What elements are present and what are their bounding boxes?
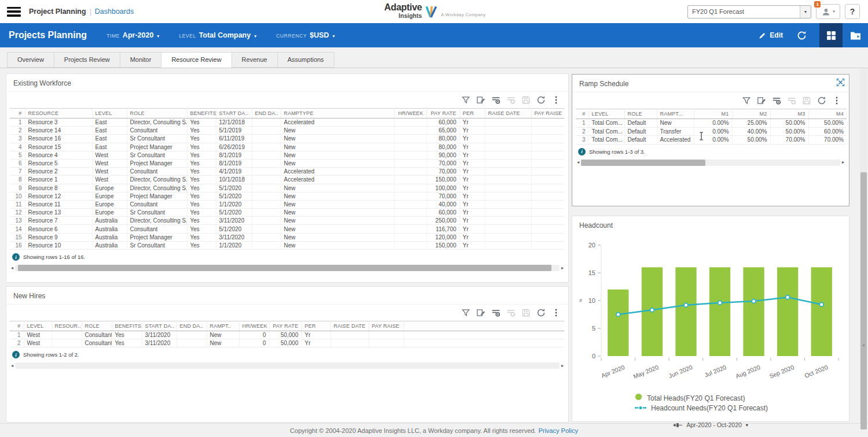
cell[interactable]: West (92, 151, 127, 159)
cell[interactable] (485, 184, 531, 192)
cell[interactable]: Default (624, 127, 657, 136)
cell[interactable]: 70,000 (426, 168, 459, 176)
cell[interactable]: 8 (10, 176, 25, 184)
cell[interactable] (531, 151, 564, 159)
page-vscrollbar[interactable]: ▾ (860, 68, 867, 423)
cell[interactable] (394, 225, 426, 233)
cell[interactable]: Australia (92, 225, 127, 233)
scroll-right-icon[interactable]: ▸ (842, 160, 844, 165)
filter-icon[interactable] (742, 96, 751, 105)
cell[interactable]: West (92, 176, 127, 184)
add-row-icon[interactable] (772, 96, 781, 105)
more-options-icon[interactable] (551, 308, 561, 317)
cell[interactable] (531, 225, 564, 233)
cell[interactable] (531, 168, 564, 176)
cell[interactable]: 8/1/2019 (216, 151, 252, 159)
cell[interactable]: Total Com... (589, 119, 624, 128)
cell[interactable] (394, 159, 426, 167)
cell[interactable]: Yr (459, 159, 485, 167)
legend-item-headcount-needs[interactable]: Headcount Needs(FY20 Q1 Forecast) (635, 403, 849, 413)
cell[interactable]: East (92, 143, 127, 151)
cell[interactable] (531, 241, 564, 249)
cell[interactable]: Resource 1 (25, 176, 92, 184)
cell[interactable]: Yr (459, 241, 485, 249)
cell[interactable] (485, 233, 531, 241)
cell[interactable]: Yr (301, 331, 330, 339)
cell[interactable]: Yes (187, 184, 216, 192)
cell[interactable]: 12/1/2018 (216, 118, 252, 127)
cell[interactable] (394, 233, 426, 241)
column-header[interactable]: # (10, 321, 24, 331)
column-header[interactable]: M1 (694, 109, 732, 119)
cell[interactable]: Yes (187, 209, 216, 217)
cell[interactable] (485, 225, 531, 233)
column-header[interactable]: M4 (808, 109, 847, 119)
table-row[interactable]: 6Resource 5WestProject ManagerYes8/1/201… (10, 159, 564, 167)
delete-row-icon[interactable] (787, 96, 796, 105)
cell[interactable]: 120,000 (426, 233, 459, 241)
cell[interactable]: Yr (459, 176, 485, 184)
cell[interactable] (394, 217, 426, 225)
cell[interactable] (531, 233, 564, 241)
cell[interactable]: West (92, 159, 127, 167)
cell[interactable] (252, 217, 281, 225)
add-row-icon[interactable] (491, 95, 501, 105)
cell[interactable]: Yes (187, 127, 216, 135)
cell[interactable]: Yes (187, 135, 216, 143)
cell[interactable]: 0.00% (694, 119, 732, 128)
cell[interactable]: New (281, 143, 394, 151)
cell[interactable]: 25.00% (732, 119, 770, 128)
cell[interactable] (531, 118, 564, 127)
cell[interactable]: Yr (301, 339, 330, 347)
scroll-left-icon[interactable]: ◂ (11, 364, 13, 368)
cell[interactable] (394, 176, 426, 184)
column-header[interactable]: PAY RAISE (369, 321, 403, 331)
cell[interactable]: Default (624, 119, 657, 128)
cell[interactable]: 3/11/2020 (216, 233, 252, 241)
cell[interactable] (394, 168, 426, 176)
delete-row-icon[interactable] (506, 308, 516, 317)
cell[interactable] (531, 200, 564, 208)
column-header[interactable]: RAISE DATE (485, 109, 531, 118)
cell[interactable] (394, 135, 426, 143)
table-row[interactable]: 1Total Com...DefaultNew0.00%25.00%50.00%… (576, 119, 847, 128)
cell[interactable]: 5/1/2020 (216, 184, 252, 192)
cell[interactable]: 40,000 (426, 200, 459, 208)
cell[interactable]: 4 (10, 143, 25, 151)
cell[interactable]: Yes (187, 159, 216, 167)
cell[interactable] (485, 159, 531, 167)
time-selector[interactable]: TIME Apr-2020 ▾ (106, 31, 159, 39)
table-row[interactable]: 10Resource 12EuropeProject ManagerYes5/1… (10, 192, 564, 200)
cell[interactable] (369, 331, 403, 339)
cell[interactable] (252, 241, 281, 249)
cell[interactable]: 3/11/2020 (216, 217, 252, 225)
column-header[interactable]: M2 (732, 109, 770, 119)
cell[interactable]: Consultant (82, 331, 112, 339)
cell[interactable]: Consultant (127, 225, 187, 233)
scroll-right-icon[interactable]: ▸ (561, 364, 564, 368)
column-header[interactable]: # (576, 109, 589, 119)
column-header[interactable]: END DA.. (252, 109, 281, 118)
cell[interactable]: West (24, 339, 52, 347)
cell[interactable]: Consultant (127, 168, 187, 176)
cell[interactable]: 80,000 (426, 135, 459, 143)
cell[interactable] (252, 159, 281, 167)
cell[interactable]: Yes (187, 168, 216, 176)
cell[interactable]: Europe (92, 200, 127, 208)
cell[interactable]: New (281, 209, 394, 217)
cell[interactable] (252, 143, 281, 151)
cell[interactable]: Resource 5 (25, 159, 92, 167)
cell[interactable]: Yes (187, 143, 216, 151)
cell[interactable]: Europe (92, 192, 127, 200)
cell[interactable]: Resource 9 (25, 233, 92, 241)
cell[interactable]: 0 (239, 331, 269, 339)
cell[interactable]: 7 (10, 168, 25, 176)
scroll-down-icon[interactable]: ▾ (860, 343, 867, 348)
cell[interactable]: 2 (10, 127, 25, 135)
cell[interactable]: 1 (576, 119, 589, 128)
currency-selector[interactable]: CURRENCY $USD ▾ (276, 31, 334, 39)
cell[interactable] (485, 209, 531, 217)
table-row[interactable]: 2Total Com...DefaultTransfer0.00%40.00%5… (576, 127, 847, 136)
cell[interactable] (394, 200, 426, 208)
cell[interactable]: Sr Consultant (127, 241, 187, 249)
